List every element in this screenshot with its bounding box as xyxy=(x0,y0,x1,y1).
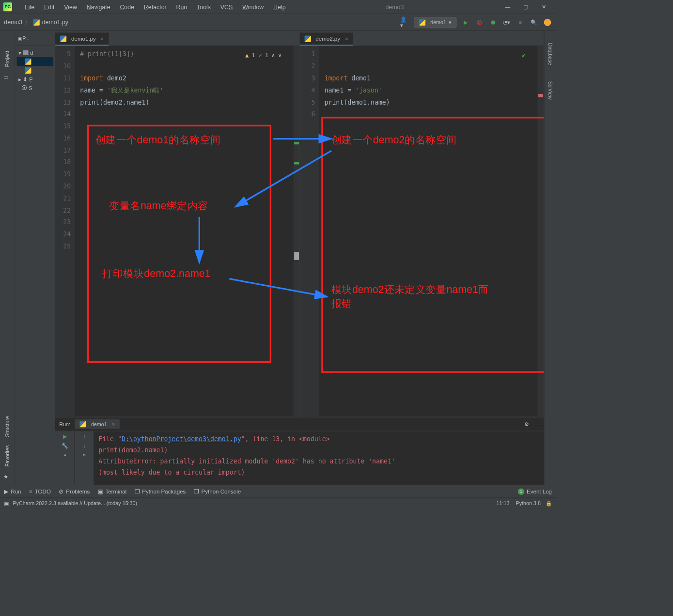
warning-icon[interactable]: ▲ xyxy=(245,49,249,62)
menu-edit[interactable]: Edit xyxy=(39,3,59,10)
file-tab-demo1[interactable]: demo1.py × xyxy=(55,32,109,46)
close-icon[interactable]: × xyxy=(101,35,104,42)
status-update[interactable]: PyCharm 2022.2.3 available // Update... … xyxy=(13,500,137,506)
problems-tool-button[interactable]: ⊘ Problems xyxy=(59,488,90,494)
more-icon[interactable]: » xyxy=(63,452,66,458)
breadcrumb-file[interactable]: demo1.py xyxy=(42,19,68,26)
line-gutter[interactable]: 910111213141516171819202122232425 xyxy=(55,46,75,417)
minimize-panel-icon[interactable]: — xyxy=(535,421,540,427)
database-tool-button[interactable]: Database xyxy=(547,39,553,69)
check-icon[interactable]: ✔ xyxy=(521,49,526,62)
chevron-right-icon: 〉 xyxy=(25,18,31,26)
console-tool-button[interactable]: ❒ Python Console xyxy=(194,488,241,494)
run-button[interactable]: ▶ xyxy=(461,18,470,27)
menu-vcs[interactable]: VCS xyxy=(216,3,237,10)
gear-icon[interactable]: ⚙ xyxy=(524,421,529,427)
close-button[interactable]: ✕ xyxy=(535,1,553,13)
file-tab-demo2[interactable]: demo2.py × xyxy=(299,32,353,46)
terminal-tool-button[interactable]: ▣ Terminal xyxy=(98,488,126,494)
packages-tool-button[interactable]: ❒ Python Packages xyxy=(135,488,186,494)
lock-icon[interactable]: 🔒 xyxy=(546,500,552,506)
update-indicator-icon[interactable] xyxy=(543,18,552,27)
menu-window[interactable]: Window xyxy=(237,3,268,10)
debug-button[interactable]: 🐞 xyxy=(475,18,484,27)
wrench-icon[interactable]: 🔧 xyxy=(62,443,68,448)
run-tab[interactable]: demo1× xyxy=(75,419,120,429)
bookmarks-icon[interactable]: ▭ xyxy=(3,74,12,82)
python-icon xyxy=(419,19,425,25)
code-editor-right[interactable]: import demo1 name1 = 'jason' print(demo1… xyxy=(320,46,537,417)
coverage-button[interactable]: ⬣ xyxy=(489,18,498,27)
event-log-button[interactable]: 1 Event Log xyxy=(518,488,552,494)
status-cursor[interactable]: 11:13 xyxy=(496,500,509,506)
run-tool-window: Run: demo1× ⚙ — ▶ 🔧 » ↑ ↓ » xyxy=(55,417,544,485)
tree-scratch[interactable]: ⦿ S xyxy=(17,84,53,92)
tree-file-demo2[interactable] xyxy=(17,66,53,75)
next-highlight-icon[interactable]: ∨ xyxy=(278,49,282,62)
search-icon[interactable]: 🔍 xyxy=(530,18,538,27)
menu-navigate[interactable]: Navigate xyxy=(82,3,115,10)
chevron-down-icon: ▾ xyxy=(449,19,452,25)
tool-window-bar: ▶ Run ≡ TODO ⊘ Problems ▣ Terminal ❒ Pyt… xyxy=(0,485,556,497)
python-file-icon xyxy=(304,35,311,42)
left-tool-strip: Project ▭ Structure Favorites ★ xyxy=(0,31,15,485)
right-tool-strip: Database SciView xyxy=(544,31,556,485)
up-icon[interactable]: ↑ xyxy=(83,433,85,439)
project-panel-header[interactable]: ▣ P... xyxy=(15,31,55,46)
project-tool-button[interactable]: Project xyxy=(4,47,10,71)
python-icon xyxy=(80,421,86,427)
menu-tools[interactable]: Tools xyxy=(192,3,216,10)
run-tool-button[interactable]: ▶ Run xyxy=(4,488,21,494)
menu-file[interactable]: File xyxy=(20,3,39,10)
rerun-button[interactable]: ▶ xyxy=(63,433,67,439)
breadcrumb-root[interactable]: demo3 xyxy=(4,19,22,26)
python-file-icon xyxy=(60,35,66,42)
file-tab-label: demo1.py xyxy=(71,35,96,42)
sciview-tool-button[interactable]: SciView xyxy=(547,77,553,104)
title-bar: PC File Edit View Navigate Code Refactor… xyxy=(0,0,556,14)
user-icon[interactable]: 👤▾ xyxy=(400,18,409,27)
tool-window-toggle-icon[interactable]: ▣ xyxy=(4,500,9,506)
overflow-icon[interactable]: » xyxy=(83,452,86,458)
editor-pane-right: demo2.py × 123456 import demo1 name1 = '… xyxy=(299,31,544,417)
menu-refactor[interactable]: Refactor xyxy=(139,3,172,10)
app-icon: PC xyxy=(3,2,12,11)
menu-view[interactable]: View xyxy=(59,3,81,10)
navigation-bar: demo3 〉 demo1.py 👤▾ demo1 ▾ ▶ 🐞 ⬣ ◔▾ ■ 🔍 xyxy=(0,14,556,31)
down-icon[interactable]: ↓ xyxy=(83,443,85,448)
close-icon[interactable]: × xyxy=(345,35,348,42)
menu-help[interactable]: Help xyxy=(268,3,290,10)
stop-button[interactable]: ■ xyxy=(516,18,525,27)
error-stripe[interactable] xyxy=(293,46,299,417)
tree-root[interactable]: ▾ d xyxy=(17,48,53,57)
tree-file-demo1[interactable] xyxy=(17,57,53,66)
run-label: Run: xyxy=(59,421,70,427)
maximize-button[interactable]: ▢ xyxy=(516,1,534,13)
breadcrumb[interactable]: demo3 〉 demo1.py xyxy=(4,18,68,26)
tree-external[interactable]: ▸ ⬍ E xyxy=(17,75,53,83)
structure-tool-button[interactable]: Structure xyxy=(4,412,10,441)
todo-tool-button[interactable]: ≡ TODO xyxy=(29,488,51,494)
status-interpreter[interactable]: Python 3.8 xyxy=(516,500,541,506)
prev-highlight-icon[interactable]: ∧ xyxy=(272,49,275,62)
favorites-tool-button[interactable]: Favorites xyxy=(4,441,10,471)
window-title: demo3 xyxy=(290,3,499,10)
editor-pane-left: demo1.py × 91011121314151617181920212223… xyxy=(55,31,299,417)
menu-code[interactable]: Code xyxy=(115,3,139,10)
check-icon[interactable]: ✔ xyxy=(258,49,262,62)
profile-button[interactable]: ◔▾ xyxy=(502,18,511,27)
file-tab-label: demo2.py xyxy=(315,35,340,42)
error-stripe[interactable] xyxy=(537,46,543,417)
menu-run[interactable]: Run xyxy=(172,3,192,10)
line-gutter[interactable]: 123456 xyxy=(299,46,319,417)
code-editor-left[interactable]: # print(l1[3]) import demo2 name = '我又是k… xyxy=(75,46,293,417)
favorites-star-icon[interactable]: ★ xyxy=(3,474,12,482)
run-config-label: demo1 xyxy=(430,19,446,25)
run-config-dropdown[interactable]: demo1 ▾ xyxy=(414,17,456,27)
run-output[interactable]: File "D:\pythonProject\demo3\demo1.py", … xyxy=(94,431,544,485)
project-panel: ▣ P... ▾ d ▸ ⬍ E ⦿ S xyxy=(15,31,55,485)
minimize-button[interactable]: — xyxy=(499,1,516,13)
status-bar: ▣ PyCharm 2022.2.3 available // Update..… xyxy=(0,498,556,509)
close-icon[interactable]: × xyxy=(112,421,115,427)
python-file-icon xyxy=(33,19,39,25)
